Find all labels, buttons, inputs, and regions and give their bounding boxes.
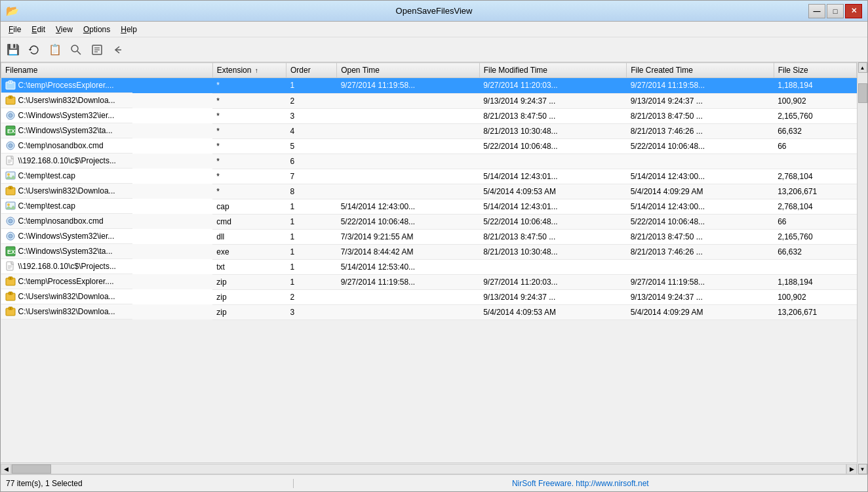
cell-order: 1 <box>286 214 336 229</box>
files-table: Filename Extension ↑ Order Open Time Fil… <box>1 62 857 320</box>
close-button[interactable]: ✕ <box>845 4 862 18</box>
table-row[interactable]: C:\Windows\System32\ier...*38/21/2013 8:… <box>1 108 857 123</box>
cell-modified-time: 8/21/2013 8:47:50 ... <box>479 108 627 123</box>
cell-filename: C:\Users\win832\Downloa... <box>1 304 132 319</box>
refresh-button[interactable] <box>24 41 44 59</box>
menu-options[interactable]: Options <box>78 24 115 35</box>
cell-filename: C:\Users\win832\Downloa... <box>1 93 132 108</box>
svg-point-24 <box>7 173 10 176</box>
col-order[interactable]: Order <box>286 63 336 78</box>
minimize-button[interactable]: — <box>808 4 825 18</box>
table-row[interactable]: C:\temp\ProcessExplorer....*19/27/2014 1… <box>1 78 857 94</box>
cell-modified-time: 5/22/2014 10:06:48... <box>479 214 627 229</box>
cell-order: 4 <box>286 123 336 138</box>
table-row[interactable]: C:\Users\win832\Downloa...zip29/13/2014 … <box>1 289 857 304</box>
cell-modified-time: 5/14/2014 12:43:01... <box>479 169 627 184</box>
window-title: OpenSaveFilesView <box>396 6 473 16</box>
cell-open-time <box>337 169 480 184</box>
cell-file-size: 1,188,194 <box>774 274 856 289</box>
col-filename[interactable]: Filename <box>1 63 213 78</box>
col-file-size[interactable]: File Size <box>774 63 856 78</box>
cell-open-time: 7/3/2014 9:21:55 AM <box>337 229 480 244</box>
find-button[interactable] <box>66 41 86 59</box>
table-row[interactable]: EXEC:\Windows\System32\ta...exe17/3/2014… <box>1 244 857 259</box>
menu-edit[interactable]: Edit <box>26 24 50 35</box>
scroll-up-button[interactable]: ▲ <box>858 62 867 73</box>
table-row[interactable]: C:\temp\test.cap*75/14/2014 12:43:01...5… <box>1 169 857 184</box>
svg-point-0 <box>71 45 78 52</box>
cell-filename: C:\temp\nosandbox.cmd <box>1 214 132 229</box>
menu-bar: File Edit View Options Help <box>1 22 867 37</box>
cell-order: 7 <box>286 169 336 184</box>
maximize-button[interactable]: □ <box>827 4 844 18</box>
table-row[interactable]: C:\Users\win832\Downloa...*29/13/2014 9:… <box>1 93 857 108</box>
cell-file-size: 2,768,104 <box>774 169 856 184</box>
cell-extension: * <box>212 184 286 199</box>
table-row[interactable]: EXEC:\Windows\System32\ta...*48/21/2013 … <box>1 123 857 138</box>
cell-created-time: 8/21/2013 8:47:50 ... <box>627 108 774 123</box>
table-row[interactable]: C:\Windows\System32\ier...dll17/3/2014 9… <box>1 229 857 244</box>
main-window: 📂 OpenSaveFilesView — □ ✕ File Edit View… <box>0 0 868 492</box>
table-row[interactable]: C:\temp\test.capcap15/14/2014 12:43:00..… <box>1 199 857 214</box>
title-bar-left: 📂 <box>6 5 19 18</box>
cell-order: 1 <box>286 259 336 274</box>
menu-view[interactable]: View <box>50 24 78 35</box>
menu-file[interactable]: File <box>3 24 26 35</box>
table-row[interactable]: \\192.168.0.10\c$\Projects...txt15/14/20… <box>1 259 857 274</box>
cell-modified-time: 5/4/2014 4:09:53 AM <box>479 304 627 319</box>
table-wrapper: Filename Extension ↑ Order Open Time Fil… <box>1 62 857 474</box>
cell-created-time: 5/22/2014 10:06:48... <box>627 138 774 154</box>
cell-extension: cap <box>212 199 286 214</box>
col-created-time[interactable]: File Created Time <box>627 63 774 78</box>
cell-open-time: 5/14/2014 12:43:00... <box>337 199 480 214</box>
cell-open-time: 5/14/2014 12:53:40... <box>337 259 480 274</box>
cell-order: 1 <box>286 229 336 244</box>
cell-filename: C:\temp\nosandbox.cmd <box>1 138 132 154</box>
cell-order: 2 <box>286 289 336 304</box>
cell-order: 1 <box>286 78 336 94</box>
cell-created-time <box>627 259 774 274</box>
cell-order: 6 <box>286 154 336 169</box>
cell-created-time: 9/27/2014 11:19:58... <box>627 78 774 94</box>
cell-extension: * <box>212 108 286 123</box>
svg-point-31 <box>9 219 12 223</box>
cell-open-time: 9/27/2014 11:19:58... <box>337 78 480 94</box>
scroll-right-button[interactable]: ▶ <box>846 464 857 474</box>
table-scroll[interactable]: Filename Extension ↑ Order Open Time Fil… <box>1 62 857 462</box>
horizontal-scrollbar[interactable]: ◀ ▶ <box>1 462 857 474</box>
scroll-thumb[interactable] <box>858 83 867 103</box>
col-modified-time[interactable]: File Modified Time <box>479 63 627 78</box>
cell-open-time <box>337 138 480 154</box>
table-row[interactable]: C:\temp\ProcessExplorer....zip19/27/2014… <box>1 274 857 289</box>
copy-button[interactable]: 📋 <box>45 41 65 59</box>
properties-button[interactable] <box>87 41 107 59</box>
table-row[interactable]: C:\temp\nosandbox.cmd*55/22/2014 10:06:4… <box>1 138 857 154</box>
save-button[interactable]: 💾 <box>3 41 23 59</box>
cell-created-time: 5/4/2014 4:09:29 AM <box>627 304 774 319</box>
table-row[interactable]: C:\Users\win832\Downloa...*85/4/2014 4:0… <box>1 184 857 199</box>
cell-extension: * <box>212 169 286 184</box>
back-button[interactable] <box>108 41 128 59</box>
table-row[interactable]: C:\temp\nosandbox.cmdcmd15/22/2014 10:06… <box>1 214 857 229</box>
cell-file-size: 13,206,671 <box>774 184 856 199</box>
table-row[interactable]: \\192.168.0.10\c$\Projects...*6 <box>1 154 857 169</box>
cell-filename: C:\temp\ProcessExplorer.... <box>1 274 132 289</box>
scrollbar-thumb[interactable] <box>12 464 51 474</box>
col-open-time[interactable]: Open Time <box>337 63 480 78</box>
vertical-scrollbar: ▲ ▼ <box>857 62 867 474</box>
svg-point-33 <box>9 234 12 238</box>
cell-order: 5 <box>286 138 336 154</box>
cell-created-time <box>627 154 774 169</box>
svg-text:EXE: EXE <box>7 249 16 255</box>
scroll-down-button[interactable]: ▼ <box>858 464 867 474</box>
title-bar: 📂 OpenSaveFilesView — □ ✕ <box>1 1 867 22</box>
svg-point-18 <box>9 144 12 148</box>
cell-file-size: 2,165,760 <box>774 229 856 244</box>
cell-filename: C:\Users\win832\Downloa... <box>1 184 132 199</box>
col-extension[interactable]: Extension ↑ <box>212 63 286 78</box>
scroll-left-button[interactable]: ◀ <box>1 464 11 474</box>
cell-created-time: 5/22/2014 10:06:48... <box>627 214 774 229</box>
menu-help[interactable]: Help <box>115 24 142 35</box>
cell-modified-time: 9/27/2014 11:20:03... <box>479 78 627 94</box>
table-row[interactable]: C:\Users\win832\Downloa...zip35/4/2014 4… <box>1 304 857 319</box>
